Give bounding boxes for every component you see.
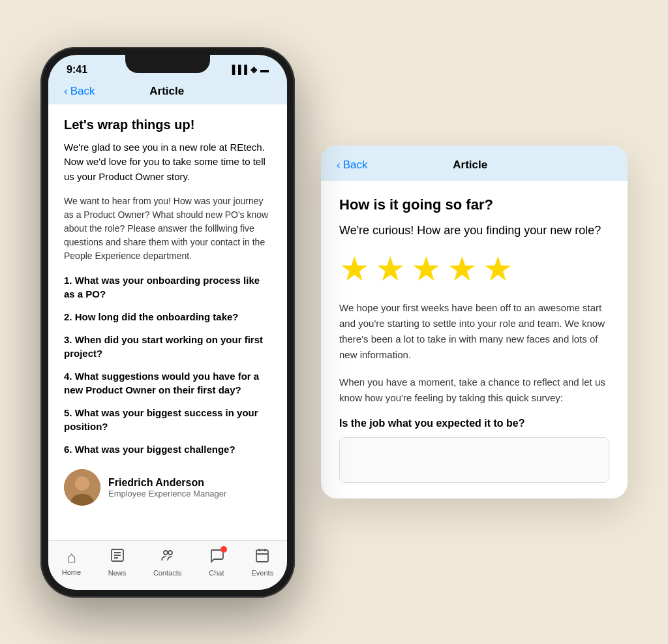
star-2[interactable]: ★: [375, 252, 406, 286]
avatar: [64, 469, 100, 506]
signal-icon: ▐▐▐: [229, 65, 247, 74]
star-3[interactable]: ★: [411, 252, 442, 286]
status-time: 9:41: [67, 64, 87, 76]
survey-question: Is the job what you expected it to be?: [339, 418, 609, 429]
card-body-1: We hope your first weeks have been off t…: [339, 300, 609, 363]
tab-chat-label: Chat: [209, 569, 224, 577]
star-1[interactable]: ★: [339, 252, 370, 286]
list-item: 3. When did you start working on your fi…: [64, 333, 271, 360]
events-icon: [254, 547, 270, 567]
phone-screen: 9:41 ▐▐▐ ◈ ▬ ‹ Back Article Let's wrap t…: [48, 55, 287, 590]
card-scroll-content: How is it going so far? We're curious! H…: [321, 181, 628, 498]
card-back-label: Back: [343, 159, 368, 172]
tab-home-label: Home: [62, 568, 81, 576]
card-body-2: When you have a moment, take a chance to…: [339, 375, 609, 406]
star-4[interactable]: ★: [447, 252, 478, 286]
svg-point-1: [75, 476, 89, 491]
svg-point-7: [164, 551, 168, 555]
star-5[interactable]: ★: [483, 252, 513, 286]
svg-point-8: [168, 551, 172, 555]
battery-icon: ▬: [260, 65, 269, 74]
list-item: 2. How long did the onboarding take?: [64, 310, 271, 324]
tab-news-label: News: [108, 569, 127, 577]
home-icon: ⌂: [67, 548, 76, 566]
tab-news[interactable]: News: [108, 547, 127, 577]
article-body: We want to hear from you! How was your j…: [64, 194, 271, 263]
card-back-button[interactable]: ‹ Back: [337, 159, 367, 172]
stars-rating: ★ ★ ★ ★ ★: [339, 252, 609, 286]
tab-chat[interactable]: Chat: [209, 547, 224, 577]
phone-device: 9:41 ▐▐▐ ◈ ▬ ‹ Back Article Let's wrap t…: [40, 47, 295, 598]
author-name: Friedrich Anderson: [108, 477, 226, 489]
news-icon: [110, 547, 125, 567]
status-icons: ▐▐▐ ◈ ▬: [229, 65, 269, 74]
list-item: 1. What was your onboarding process like…: [64, 273, 271, 301]
tab-events[interactable]: Events: [252, 547, 274, 577]
phone-notch: [125, 55, 210, 73]
author-info: Friedrich Anderson Employee Experience M…: [108, 477, 226, 498]
questions-list: 1. What was your onboarding process like…: [64, 273, 271, 456]
author-job-title: Employee Experience Manager: [108, 489, 226, 498]
back-button[interactable]: ‹ Back: [64, 85, 95, 98]
tab-home[interactable]: ⌂ Home: [62, 548, 81, 576]
back-label: Back: [70, 85, 95, 98]
card-nav-title: Article: [367, 159, 573, 172]
tab-events-label: Events: [252, 569, 274, 577]
card-nav-bar: ‹ Back Article: [321, 146, 628, 181]
article-scroll-content: Let's wrap things up! We're glad to see …: [48, 104, 287, 540]
tab-bar: ⌂ Home News: [48, 540, 287, 590]
tab-contacts-label: Contacts: [153, 569, 181, 577]
card-chevron-left-icon: ‹: [337, 159, 341, 172]
list-item: 4. What suggestions would you have for a…: [64, 369, 271, 397]
svg-rect-9: [256, 550, 268, 562]
author-row: Friedrich Anderson Employee Experience M…: [64, 469, 271, 506]
card-article-title: How is it going so far?: [339, 196, 609, 213]
phone-nav-bar: ‹ Back Article: [48, 78, 287, 104]
nav-title: Article: [95, 85, 239, 98]
article-intro: We're glad to see you in a new role at R…: [64, 140, 271, 185]
chat-badge: [220, 546, 227, 553]
list-item: 5. What was your biggest success in your…: [64, 406, 271, 433]
article-title: Let's wrap things up!: [64, 117, 271, 132]
list-item: 6. What was your biggest challenge?: [64, 442, 271, 456]
card-subtitle: We're curious! How are you finding your …: [339, 222, 609, 239]
tab-contacts[interactable]: Contacts: [153, 547, 181, 577]
article-card: ‹ Back Article How is it going so far? W…: [321, 146, 628, 498]
chevron-left-icon: ‹: [64, 85, 68, 98]
wifi-icon: ◈: [250, 65, 257, 74]
survey-text-input[interactable]: [339, 437, 609, 483]
contacts-icon: [160, 547, 175, 567]
